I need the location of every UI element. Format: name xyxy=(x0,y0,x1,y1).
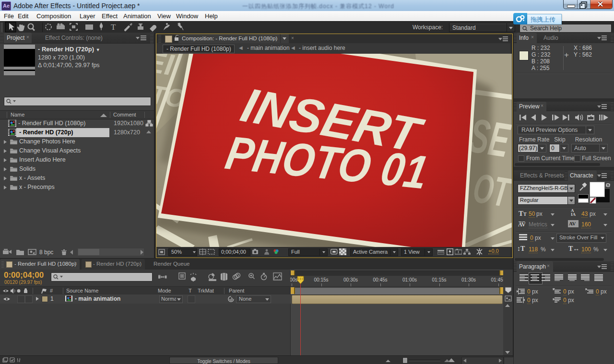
svg-text:8 bpc: 8 bpc xyxy=(39,249,53,256)
svg-text:T: T xyxy=(111,23,116,32)
